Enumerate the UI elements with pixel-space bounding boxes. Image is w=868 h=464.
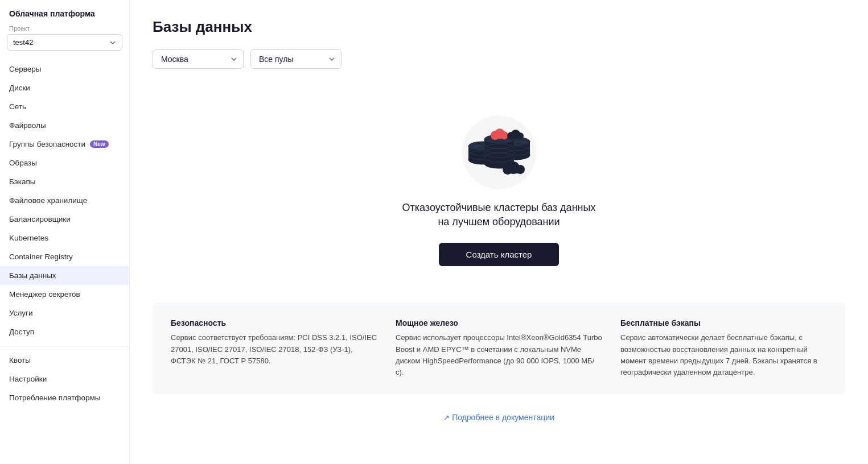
sidebar-item-services[interactable]: Услуги <box>0 304 129 322</box>
sidebar-item-file-storage[interactable]: Файловое хранилище <box>0 191 129 210</box>
sidebar-item-disks[interactable]: Диски <box>0 78 129 97</box>
sidebar-item-firewalls[interactable]: Файрволы <box>0 116 129 135</box>
sidebar-item-label: Диски <box>9 84 30 92</box>
svg-rect-24 <box>492 135 507 139</box>
sidebar-item-label: Услуги <box>9 309 33 317</box>
feature-1: Мощное железоСервис использует процессор… <box>396 318 602 378</box>
sidebar-item-label: Балансировщики <box>9 215 71 223</box>
sidebar-item-consumption[interactable]: Потребление платформы <box>0 388 129 407</box>
sidebar-item-servers[interactable]: Серверы <box>0 60 129 78</box>
sidebar-brand: Облачная платформа <box>0 9 129 25</box>
sidebar-item-secrets[interactable]: Менеджер секретов <box>0 285 129 304</box>
features-card: БезопасностьСервис соответствует требова… <box>153 303 845 394</box>
svg-rect-28 <box>504 169 522 173</box>
feature-desc-0: Сервис соответствует требованиям: PCI DS… <box>171 332 377 366</box>
sidebar-badge-new: New <box>90 140 109 148</box>
db-illustration <box>448 98 550 189</box>
sidebar-item-quotas[interactable]: Квоты <box>0 351 129 370</box>
sidebar-item-security-groups[interactable]: Группы безопасностиNew <box>0 135 129 154</box>
feature-title-0: Безопасность <box>171 318 377 328</box>
doc-link-text: Подробнее в документации <box>452 413 554 422</box>
sidebar-nav: СерверыДискиСетьФайрволыГруппы безопасно… <box>0 60 129 341</box>
sidebar-item-label: Потребление платформы <box>9 393 100 402</box>
sidebar-item-label: Группы безопасности <box>9 140 85 148</box>
doc-link[interactable]: ↗ Подробнее в документации <box>443 413 554 422</box>
sidebar-item-label: Kubernetes <box>9 234 48 242</box>
sidebar-item-label: Файловое хранилище <box>9 196 87 205</box>
sidebar-item-databases[interactable]: Базы данных <box>0 266 129 285</box>
create-cluster-button[interactable]: Создать кластер <box>439 243 560 266</box>
sidebar-nav-bottom: КвотыНастройкиПотребление платформы <box>0 351 129 407</box>
sidebar-item-access[interactable]: Доступ <box>0 322 129 341</box>
sidebar-item-label: Сеть <box>9 102 26 111</box>
sidebar-item-label: Менеджер секретов <box>9 290 80 299</box>
project-select[interactable]: test42 <box>7 34 122 51</box>
doc-link-row: ↗ Подробнее в документации <box>153 408 845 427</box>
empty-state: Отказоустойчивые кластеры баз данныхна л… <box>153 87 845 303</box>
main-content: Базы данных Москва Все пулы <box>130 0 868 464</box>
feature-0: БезопасностьСервис соответствует требова… <box>171 318 377 378</box>
sidebar-item-label: Базы данных <box>9 271 56 280</box>
feature-desc-1: Сервис использует процессоры Intel®Xeon®… <box>396 332 602 378</box>
sidebar-item-label: Квоты <box>9 356 31 364</box>
svg-rect-32 <box>508 136 521 139</box>
sidebar-divider-1 <box>0 346 129 346</box>
feature-desc-2: Сервис автоматически делает бесплатные б… <box>620 332 827 378</box>
sidebar-item-label: Container Registry <box>9 252 73 261</box>
sidebar-item-kubernetes[interactable]: Kubernetes <box>0 229 129 247</box>
doc-link-arrow-icon: ↗ <box>443 413 450 422</box>
sidebar-item-images[interactable]: Образы <box>0 154 129 172</box>
sidebar-item-network[interactable]: Сеть <box>0 97 129 116</box>
sidebar: Облачная платформа Проект test42 Серверы… <box>0 0 130 464</box>
sidebar-item-label: Файрволы <box>9 121 46 130</box>
sidebar-item-label: Настройки <box>9 375 47 383</box>
sidebar-project-label: Проект <box>0 25 129 34</box>
sidebar-item-settings[interactable]: Настройки <box>0 370 129 388</box>
pools-filter[interactable]: Все пулы <box>250 49 342 69</box>
filters-row: Москва Все пулы <box>153 49 845 69</box>
sidebar-item-label: Доступ <box>9 328 34 336</box>
sidebar-item-balancers[interactable]: Балансировщики <box>0 210 129 229</box>
feature-title-1: Мощное железо <box>396 318 602 328</box>
region-filter[interactable]: Москва <box>153 49 244 69</box>
feature-title-2: Бесплатные бэкапы <box>620 318 827 328</box>
sidebar-item-label: Бэкапы <box>9 177 35 186</box>
sidebar-item-container-registry[interactable]: Container Registry <box>0 247 129 266</box>
page-title: Базы данных <box>153 18 845 36</box>
sidebar-item-label: Серверы <box>9 65 42 73</box>
sidebar-item-backups[interactable]: Бэкапы <box>0 172 129 191</box>
empty-state-title: Отказоустойчивые кластеры баз данныхна л… <box>402 201 596 229</box>
sidebar-item-label: Образы <box>9 159 37 167</box>
feature-2: Бесплатные бэкапыСервис автоматически де… <box>620 318 827 378</box>
